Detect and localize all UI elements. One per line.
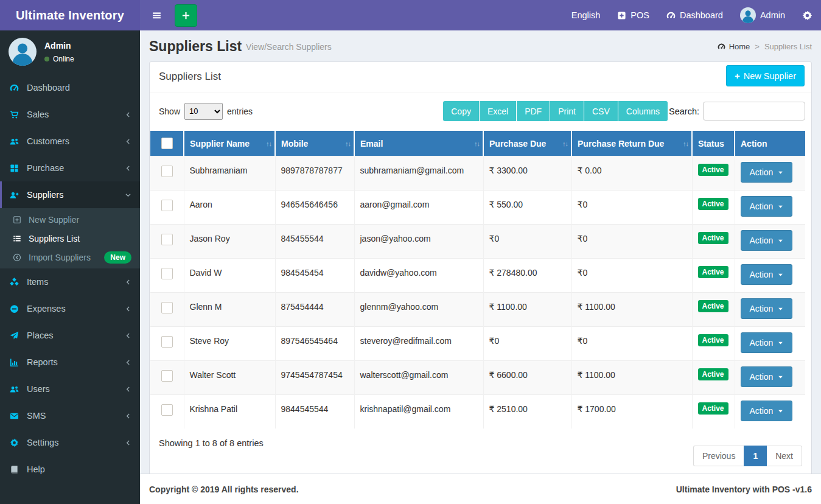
print-button[interactable]: Print bbox=[550, 101, 584, 121]
row-select-cell bbox=[150, 361, 184, 395]
new-supplier-button[interactable]: + New Supplier bbox=[726, 65, 805, 86]
action-dropdown-button[interactable]: Action bbox=[741, 401, 793, 421]
sidebar-item-sales[interactable]: Sales bbox=[0, 101, 140, 128]
status-badge: Active bbox=[698, 368, 728, 380]
settings-menu[interactable] bbox=[794, 0, 821, 30]
csv-button[interactable]: CSV bbox=[584, 101, 618, 121]
column-header-action[interactable]: Action bbox=[735, 131, 805, 156]
pos-link[interactable]: POS bbox=[609, 0, 658, 30]
column-header-status[interactable]: Status bbox=[692, 131, 735, 156]
sidebar-subitem-new-supplier[interactable]: New Supplier bbox=[0, 210, 140, 229]
sidebar-item-customers[interactable]: Customers bbox=[0, 128, 140, 155]
user-menu[interactable]: Admin bbox=[732, 0, 794, 30]
table-row: Jason Roy845455544jason@yahoo.com₹0₹0Act… bbox=[150, 225, 805, 259]
cell-purchase-return-due: ₹0 bbox=[571, 225, 692, 259]
card-title: Suppliers List bbox=[159, 71, 221, 82]
list-icon bbox=[13, 234, 29, 243]
action-dropdown-button[interactable]: Action bbox=[741, 298, 793, 319]
column-header-label: Email bbox=[360, 139, 383, 149]
quick-add-button[interactable] bbox=[175, 4, 197, 27]
navbar-right: English POS Dashboard Admin bbox=[563, 0, 821, 30]
column-header-mobile[interactable]: Mobile↑↓ bbox=[275, 131, 354, 156]
sidebar-item-items[interactable]: Items bbox=[0, 268, 140, 295]
pos-label: POS bbox=[631, 10, 649, 20]
sidebar-item-settings[interactable]: Settings bbox=[0, 429, 140, 456]
sidebar-item-sms[interactable]: SMS bbox=[0, 402, 140, 429]
cell-purchase-return-due: ₹0 bbox=[571, 191, 692, 225]
row-checkbox[interactable] bbox=[161, 166, 173, 177]
sidebar-item-suppliers[interactable]: Suppliers bbox=[0, 181, 140, 208]
sidebar-item-purchase[interactable]: Purchase bbox=[0, 155, 140, 181]
caret-down-icon bbox=[778, 408, 783, 414]
row-select-cell bbox=[150, 395, 184, 429]
row-checkbox[interactable] bbox=[161, 268, 173, 279]
column-header-supplier-name[interactable]: Supplier Name↑↓ bbox=[184, 131, 275, 156]
row-checkbox[interactable] bbox=[161, 370, 173, 382]
row-checkbox[interactable] bbox=[161, 234, 173, 245]
cell-status: Active bbox=[692, 225, 735, 259]
sidebar-item-expenses[interactable]: Expenses bbox=[0, 295, 140, 322]
chevron-left-icon bbox=[125, 306, 131, 312]
column-header-email[interactable]: Email↑↓ bbox=[354, 131, 483, 156]
sidebar-item-help[interactable]: Help bbox=[0, 456, 140, 483]
chevron-left-icon bbox=[125, 111, 131, 118]
home-icon bbox=[718, 43, 725, 51]
dashboard-label: Dashboard bbox=[680, 10, 723, 20]
row-checkbox[interactable] bbox=[161, 200, 173, 211]
row-checkbox[interactable] bbox=[161, 336, 173, 348]
sidebar-subitem-import-suppliers[interactable]: Import SuppliersNew bbox=[0, 248, 140, 267]
suppliers-table-wrap: Supplier Name↑↓Mobile↑↓Email↑↓Purchase D… bbox=[150, 131, 805, 429]
excel-button[interactable]: Excel bbox=[480, 101, 517, 121]
pagination-previous-button[interactable]: Previous bbox=[693, 446, 744, 466]
action-dropdown-button[interactable]: Action bbox=[741, 366, 793, 387]
select-all-checkbox[interactable] bbox=[161, 138, 173, 149]
column-header-purchase-due[interactable]: Purchase Due↑↓ bbox=[483, 131, 571, 156]
action-dropdown-button[interactable]: Action bbox=[741, 332, 793, 353]
cell-status: Active bbox=[692, 395, 735, 429]
action-button-label: Action bbox=[750, 236, 774, 245]
table-row: Krishna Patil9844545544krishnapatil@gmai… bbox=[150, 395, 805, 429]
cell-purchase-return-due: ₹ 0.00 bbox=[571, 156, 692, 191]
action-dropdown-button[interactable]: Action bbox=[741, 196, 793, 217]
sidebar-item-label: Suppliers bbox=[27, 190, 63, 200]
page-length-select[interactable]: 10 bbox=[184, 103, 223, 120]
breadcrumb-home[interactable]: Home bbox=[718, 42, 750, 51]
sidebar-item-users[interactable]: Users bbox=[0, 376, 140, 402]
sidebar-item-dashboard[interactable]: Dashboard bbox=[0, 74, 140, 101]
sidebar-item-places[interactable]: Places bbox=[0, 322, 140, 349]
pagination-next-button[interactable]: Next bbox=[767, 446, 802, 466]
row-checkbox[interactable] bbox=[161, 404, 173, 416]
search-input[interactable] bbox=[703, 102, 805, 121]
sidebar-user-panel: Admin Online bbox=[0, 30, 140, 74]
action-button-label: Action bbox=[750, 167, 774, 177]
cell-action: Action bbox=[735, 327, 805, 361]
action-dropdown-button[interactable]: Action bbox=[741, 162, 793, 183]
row-checkbox[interactable] bbox=[161, 302, 173, 313]
dashboard-link[interactable]: Dashboard bbox=[658, 0, 732, 30]
app-logo[interactable]: Ultimate Inventory bbox=[0, 0, 140, 30]
new-badge: New bbox=[104, 251, 131, 264]
caret-down-icon bbox=[778, 374, 783, 380]
status-badge: Active bbox=[698, 164, 728, 176]
pdf-button[interactable]: PDF bbox=[517, 101, 550, 121]
action-dropdown-button[interactable]: Action bbox=[741, 230, 793, 251]
sidebar-item-reports[interactable]: Reports bbox=[0, 349, 140, 376]
sidebar-subitem-suppliers-list[interactable]: Suppliers List bbox=[0, 229, 140, 248]
pagination-page-1-button[interactable]: 1 bbox=[744, 446, 767, 466]
select-all-header[interactable] bbox=[150, 131, 184, 156]
column-header-purchase-return-due[interactable]: Purchase Return Due↑↓ bbox=[571, 131, 692, 156]
cell-email: steveroy@redifmail.com bbox=[354, 327, 483, 361]
sidebar-toggle-button[interactable] bbox=[144, 0, 169, 30]
action-button-label: Action bbox=[750, 304, 774, 313]
columns-button[interactable]: Columns bbox=[618, 101, 668, 121]
sidebar-item-label: Items bbox=[27, 277, 48, 287]
status-badge: Active bbox=[698, 198, 728, 210]
column-header-label: Status bbox=[698, 139, 724, 149]
sidebar-subitem-label: Suppliers List bbox=[29, 234, 80, 243]
language-menu[interactable]: English bbox=[563, 0, 609, 30]
cell-name: Walter Scott bbox=[184, 361, 275, 395]
avatar bbox=[9, 38, 37, 66]
copy-button[interactable]: Copy bbox=[443, 101, 480, 121]
page-subtitle: View/Search Suppliers bbox=[246, 42, 332, 52]
action-dropdown-button[interactable]: Action bbox=[741, 264, 793, 285]
